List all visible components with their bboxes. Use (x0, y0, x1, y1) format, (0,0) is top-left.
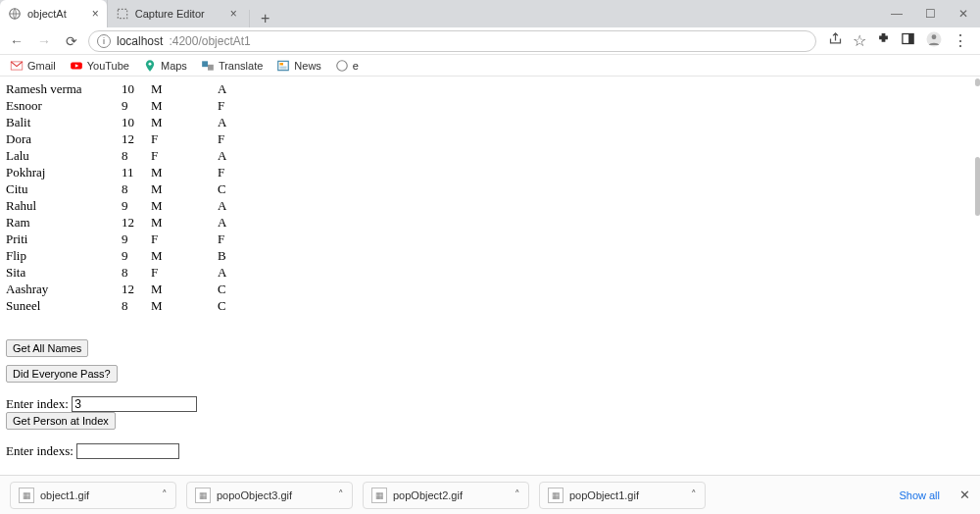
cell-name: Suneel (6, 297, 122, 314)
cell-name: Ramesh verma (6, 80, 122, 97)
svg-point-8 (149, 62, 152, 65)
table-row: Priti9FF (6, 231, 247, 247)
bookmark-label: Maps (161, 60, 187, 72)
close-icon[interactable]: × (230, 7, 237, 21)
gmail-icon (10, 59, 24, 73)
cell-v1: 12 (122, 130, 151, 147)
translate-icon (201, 59, 215, 73)
bookmark-label: YouTube (87, 60, 129, 72)
chevron-up-icon[interactable]: ˄ (514, 488, 520, 501)
cell-v1: 12 (122, 281, 151, 297)
file-icon: ▦ (195, 488, 211, 503)
get-all-names-button[interactable]: Get All Names (6, 339, 88, 357)
capture-icon (116, 7, 129, 21)
cell-v1: 9 (122, 231, 151, 247)
tab-title: Capture Editor (135, 8, 205, 20)
close-icon[interactable]: × (92, 7, 99, 21)
chevron-up-icon[interactable]: ˄ (338, 488, 344, 501)
url-host: localhost (117, 34, 163, 48)
index-input[interactable] (72, 396, 197, 412)
bookmark-maps[interactable]: Maps (143, 59, 187, 73)
download-item[interactable]: ▦object1.gif˄ (10, 482, 176, 509)
indexs-input[interactable] (76, 443, 179, 459)
file-icon: ▦ (19, 488, 34, 503)
reload-button[interactable]: ⟳ (61, 30, 82, 52)
bookmark-gmail[interactable]: Gmail (10, 59, 56, 73)
svg-rect-12 (280, 63, 284, 65)
enter-index-label: Enter index: (6, 396, 69, 411)
globe-icon (8, 7, 22, 21)
toolbar-right: ☆ ⋮ (822, 30, 974, 52)
new-tab-button[interactable]: + (254, 10, 277, 27)
cell-v1: 8 (122, 264, 151, 281)
cell-name: Flip (6, 247, 122, 264)
menu-icon[interactable]: ⋮ (953, 31, 968, 50)
bookmark-news[interactable]: News (276, 59, 321, 73)
extensions-icon[interactable] (876, 31, 891, 50)
cell-name: Sita (6, 264, 122, 281)
info-icon[interactable]: i (97, 34, 111, 48)
side-panel-icon[interactable] (901, 31, 915, 50)
download-item[interactable]: ▦popoObject3.gif˄ (186, 482, 353, 509)
maximize-button[interactable]: ☐ (913, 0, 947, 27)
download-item[interactable]: ▦popObject2.gif˄ (363, 482, 529, 509)
svg-rect-1 (118, 9, 126, 18)
scrollbar-thumb[interactable] (975, 157, 980, 216)
bookmark-translate[interactable]: Translate (201, 59, 263, 73)
share-icon[interactable] (828, 31, 843, 50)
file-icon: ▦ (371, 488, 387, 503)
url-bar[interactable]: i localhost:4200/objectAt1 (88, 30, 816, 52)
star-icon[interactable]: ☆ (853, 31, 866, 50)
show-all-downloads[interactable]: Show all (899, 489, 940, 501)
cell-name: Priti (6, 231, 122, 247)
tab-title: objectAt (27, 8, 67, 20)
table-row: Dora12FF (6, 130, 247, 147)
cell-name: Citu (6, 180, 122, 197)
bookmark-e[interactable]: e (335, 59, 359, 73)
enter-indexs-label: Enter indexs: (6, 443, 74, 458)
did-everyone-pass-button[interactable]: Did Everyone Pass? (6, 365, 118, 383)
download-item[interactable]: ▦popObject1.gif˄ (539, 482, 706, 509)
svg-point-5 (932, 34, 937, 39)
cell-v2: M (151, 197, 218, 214)
cell-v1: 11 (122, 164, 151, 180)
bookmark-label: News (294, 60, 321, 72)
minimize-button[interactable]: — (880, 0, 913, 27)
cell-v3: F (218, 164, 247, 180)
scrollbar[interactable] (975, 78, 980, 86)
cell-v1: 12 (122, 214, 151, 231)
profile-icon[interactable] (925, 30, 943, 52)
chevron-up-icon[interactable]: ˄ (691, 488, 697, 501)
cell-v3: F (218, 231, 247, 247)
cell-v3: A (218, 264, 247, 281)
cell-v3: A (218, 80, 247, 97)
cell-v1: 10 (122, 80, 151, 97)
forward-button[interactable]: → (33, 30, 55, 52)
cell-v2: M (151, 297, 218, 314)
table-row: Ramesh verma10MA (6, 80, 247, 97)
download-filename: popObject2.gif (393, 489, 463, 501)
cell-name: Ram (6, 214, 122, 231)
globe-icon (335, 59, 349, 73)
close-downloads-shelf[interactable]: ✕ (959, 488, 970, 502)
back-button[interactable]: ← (6, 30, 27, 52)
maps-icon (143, 59, 157, 73)
bookmark-youtube[interactable]: YouTube (70, 59, 129, 73)
browser-tabstrip: objectAt × Capture Editor × + — ☐ ✕ (0, 0, 980, 27)
url-path: :4200/objectAt1 (169, 34, 250, 48)
svg-rect-9 (202, 61, 208, 67)
cell-v3: F (218, 97, 247, 114)
chevron-up-icon[interactable]: ˄ (162, 488, 168, 501)
tab-objectat[interactable]: objectAt × (0, 0, 107, 27)
cell-v3: C (218, 180, 247, 197)
get-person-at-index-button[interactable]: Get Person at Index (6, 412, 116, 430)
cell-v2: M (151, 214, 218, 231)
cell-v2: M (151, 80, 218, 97)
close-window-button[interactable]: ✕ (947, 0, 980, 27)
cell-v2: F (151, 147, 218, 164)
svg-rect-11 (278, 61, 289, 70)
tab-capture-editor[interactable]: Capture Editor × (107, 0, 245, 27)
table-row: Aashray12MC (6, 281, 247, 297)
page-viewport: Ramesh verma10MAEsnoor9MFBalit10MADora12… (0, 77, 975, 475)
svg-rect-3 (908, 34, 913, 44)
